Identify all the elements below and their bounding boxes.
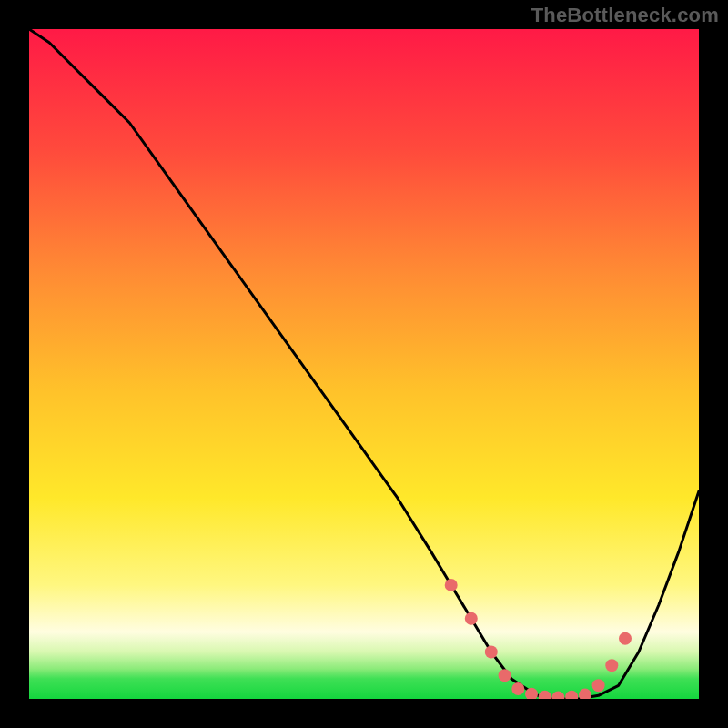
watermark: TheBottleneck.com [531, 4, 719, 27]
chart-stage: TheBottleneck.com [0, 0, 728, 728]
plot-area [29, 29, 699, 699]
background-gradient [29, 29, 699, 699]
svg-rect-0 [29, 29, 699, 699]
